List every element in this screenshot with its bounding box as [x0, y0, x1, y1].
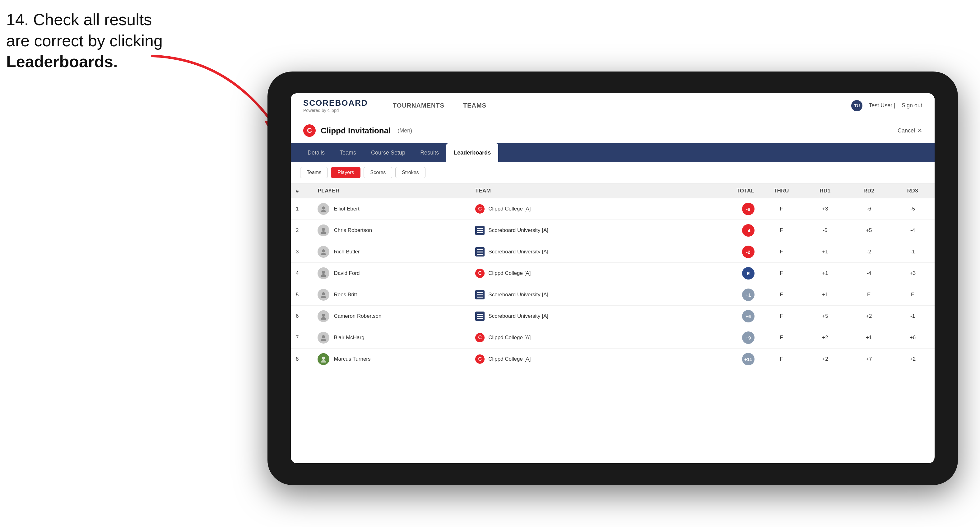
cell-thru: F	[759, 306, 803, 327]
cell-thru: F	[759, 327, 803, 349]
player-avatar	[318, 289, 329, 301]
cell-rd3: -1	[891, 241, 935, 263]
filter-scores[interactable]: Scores	[364, 167, 392, 178]
cell-total: +6	[698, 306, 759, 327]
team-name: Scoreboard University [A]	[488, 249, 548, 255]
team-logo-clippd: C	[475, 333, 485, 342]
cell-rd1: +1	[803, 284, 847, 306]
cell-team: CClippd College [A]	[470, 349, 698, 370]
player-avatar	[318, 353, 329, 365]
cell-total: +9	[698, 327, 759, 349]
col-header-total: TOTAL	[698, 183, 759, 198]
cell-rank: 3	[291, 241, 313, 263]
user-avatar: TU	[851, 100, 862, 111]
logo-area: SCOREBOARD Powered by clippd	[303, 98, 368, 113]
total-badge: +11	[742, 353, 754, 365]
sign-out-link[interactable]: Sign out	[902, 102, 922, 109]
cell-team: CClippd College [A]	[470, 263, 698, 284]
leaderboard-table: # PLAYER TEAM TOTAL THRU RD1 RD2 RD3 1El…	[291, 183, 935, 463]
col-header-thru: THRU	[759, 183, 803, 198]
player-avatar	[318, 267, 329, 279]
nav-right: TU Test User | Sign out	[851, 100, 922, 111]
cell-rd2: -6	[847, 198, 891, 220]
filter-teams[interactable]: Teams	[300, 167, 328, 178]
svg-point-3	[322, 249, 325, 252]
team-logo-scoreboard	[475, 247, 485, 257]
cell-team: Scoreboard University [A]	[470, 306, 698, 327]
total-badge: E	[742, 267, 754, 279]
nav-tournaments[interactable]: TOURNAMENTS	[383, 93, 454, 118]
team-name: Scoreboard University [A]	[488, 292, 548, 298]
tab-results[interactable]: Results	[413, 143, 446, 162]
cell-rd3: +6	[891, 327, 935, 349]
col-header-rd3: RD3	[891, 183, 935, 198]
cell-rd1: +1	[803, 263, 847, 284]
tournament-header: C Clippd Invitational (Men) Cancel ✕	[291, 118, 935, 143]
filter-strokes[interactable]: Strokes	[395, 167, 425, 178]
cell-player: Blair McHarg	[313, 327, 470, 349]
cell-rd1: +2	[803, 327, 847, 349]
player-name: Blair McHarg	[334, 335, 364, 341]
svg-point-1	[322, 206, 325, 210]
table-header-row: # PLAYER TEAM TOTAL THRU RD1 RD2 RD3	[291, 183, 935, 198]
cell-rank: 7	[291, 327, 313, 349]
tournament-name: Clippd Invitational	[321, 126, 391, 136]
cell-rank: 2	[291, 220, 313, 241]
cell-rd3: -5	[891, 198, 935, 220]
table-row: 1Elliot EbertCClippd College [A]-8F+3-6-…	[291, 198, 935, 220]
player-name: Rees Britt	[334, 292, 357, 298]
team-name: Clippd College [A]	[488, 206, 531, 212]
table-row: 6Cameron RobertsonScoreboard University …	[291, 306, 935, 327]
tab-course-setup[interactable]: Course Setup	[364, 143, 413, 162]
filter-players[interactable]: Players	[331, 167, 361, 178]
svg-point-5	[322, 292, 325, 295]
cell-rd2: E	[847, 284, 891, 306]
tournament-badge: (Men)	[398, 127, 412, 134]
tab-details[interactable]: Details	[300, 143, 332, 162]
cell-player: Rees Britt	[313, 284, 470, 306]
table-row: 4David FordCClippd College [A]EF+1-4+3	[291, 263, 935, 284]
col-header-rd1: RD1	[803, 183, 847, 198]
cell-rd3: E	[891, 284, 935, 306]
tournament-icon: C	[303, 124, 316, 137]
filter-row: Teams Players Scores Strokes	[291, 162, 935, 183]
table-row: 8Marcus TurnersCClippd College [A]+11F+2…	[291, 349, 935, 370]
cell-rd3: -4	[891, 220, 935, 241]
cell-rd1: +2	[803, 349, 847, 370]
nav-teams[interactable]: TEAMS	[454, 93, 496, 118]
table-row: 5Rees BrittScoreboard University [A]+1F+…	[291, 284, 935, 306]
instruction-text: 14. Check all results are correct by cli…	[6, 10, 163, 73]
user-label: Test User |	[869, 102, 896, 109]
player-avatar	[318, 310, 329, 322]
cell-rank: 6	[291, 306, 313, 327]
cell-rd3: +3	[891, 263, 935, 284]
cell-rd2: +5	[847, 220, 891, 241]
tab-teams[interactable]: Teams	[332, 143, 364, 162]
cell-team: Scoreboard University [A]	[470, 241, 698, 263]
cell-rank: 4	[291, 263, 313, 284]
cell-rd3: -1	[891, 306, 935, 327]
player-name: Rich Butler	[334, 249, 360, 255]
total-badge: -2	[742, 246, 754, 258]
tablet-frame: SCOREBOARD Powered by clippd TOURNAMENTS…	[267, 71, 958, 485]
cell-team: Scoreboard University [A]	[470, 220, 698, 241]
cell-team: CClippd College [A]	[470, 327, 698, 349]
team-name: Clippd College [A]	[488, 356, 531, 362]
logo-sub: Powered by clippd	[303, 108, 368, 113]
team-logo-clippd: C	[475, 354, 485, 364]
cell-rd2: +1	[847, 327, 891, 349]
cell-player: Cameron Robertson	[313, 306, 470, 327]
cell-rd2: +2	[847, 306, 891, 327]
team-name: Clippd College [A]	[488, 270, 531, 276]
col-header-player: PLAYER	[313, 183, 470, 198]
total-badge: -8	[742, 203, 754, 215]
cancel-button[interactable]: Cancel ✕	[897, 127, 922, 134]
cell-total: E	[698, 263, 759, 284]
cell-total: +1	[698, 284, 759, 306]
cell-total: -2	[698, 241, 759, 263]
team-logo-clippd: C	[475, 268, 485, 278]
cell-thru: F	[759, 220, 803, 241]
cell-player: Elliot Ebert	[313, 198, 470, 220]
tab-leaderboards[interactable]: Leaderboards	[446, 143, 498, 162]
player-avatar	[318, 203, 329, 215]
